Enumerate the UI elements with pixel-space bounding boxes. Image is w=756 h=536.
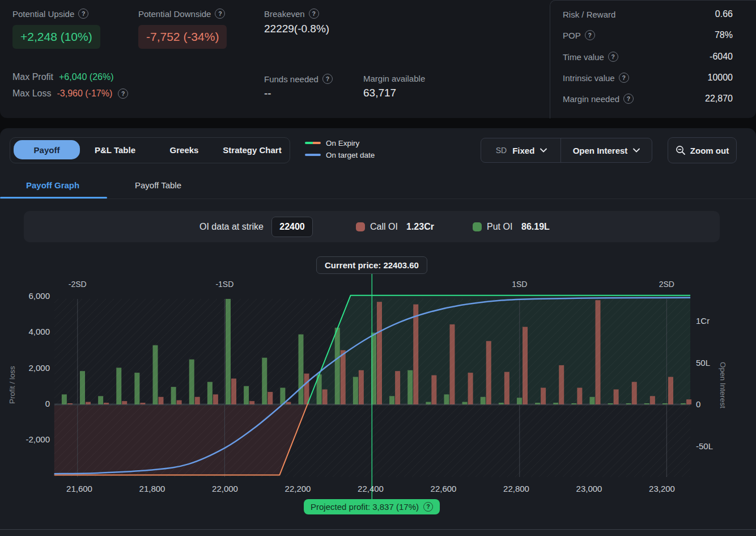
x-tick-label: 21,600: [57, 484, 102, 493]
projected-profit-badge[interactable]: Projected profit: 3,837 (17%): [304, 499, 440, 514]
legend-on-target-date: On target date: [305, 151, 375, 159]
help-icon[interactable]: [118, 88, 128, 99]
x-tick-label: 22,600: [421, 484, 466, 493]
help-icon[interactable]: [309, 9, 319, 19]
max-profit-value: +6,040 (26%): [59, 72, 114, 82]
pop-label: POP: [563, 31, 581, 40]
max-loss-label: Max Loss: [12, 88, 51, 99]
potential-upside-label-row: Potential Upside: [12, 9, 88, 19]
max-profit-row: Max Profit +6,040 (26%): [12, 72, 114, 82]
sd-marker-label: -1SD: [215, 280, 233, 289]
potential-upside-label: Potential Upside: [12, 9, 74, 19]
metric-row-risk-reward: Risk / Reward 0.66: [563, 8, 733, 20]
subtab-payoff-graph[interactable]: Payoff Graph: [26, 180, 79, 190]
tab-payoff[interactable]: Payoff: [14, 140, 80, 159]
next-section-edge: [0, 530, 756, 536]
y-left-tick-label: 4,000: [0, 327, 50, 336]
x-tick-label: 22,400: [348, 484, 393, 493]
time-value-value: -6040: [710, 52, 733, 62]
expiry-line-swatch: [305, 142, 321, 144]
metric-row-time-value: Time value -6040: [563, 50, 733, 63]
y-left-tick-label: 6,000: [0, 291, 50, 301]
zoom-out-button[interactable]: Zoom out: [668, 137, 737, 163]
target-line-swatch: [305, 154, 321, 156]
subtab-payoff-table[interactable]: Payoff Table: [135, 180, 181, 190]
strike-input[interactable]: 22400: [271, 217, 313, 237]
oi-strike-label: OI data at strike: [199, 222, 264, 232]
potential-upside-value: +2,248 (10%): [12, 25, 100, 49]
intrinsic-value-value: 10000: [708, 73, 733, 83]
risk-reward-label: Risk / Reward: [563, 10, 615, 19]
tab-strategy-chart[interactable]: Strategy Chart: [218, 140, 287, 160]
y-right-tick-label: -50L: [696, 441, 730, 451]
funds-needed-label-row: Funds needed: [264, 74, 333, 84]
x-tick-label: 22,000: [202, 484, 248, 493]
current-price-tooltip: Current price: 22403.60: [316, 256, 427, 274]
breakeven-value: 22229(-0.8%): [264, 23, 329, 35]
funds-needed-value: --: [264, 87, 271, 100]
margin-needed-label: Margin needed: [563, 94, 619, 104]
sd-marker-label: 1SD: [512, 280, 527, 289]
projected-profit-text: Projected profit: 3,837 (17%): [311, 502, 419, 512]
metric-row-pop: POP 78%: [563, 29, 733, 41]
max-loss-row: Max Loss -3,960 (-17%): [12, 88, 128, 99]
sd-prefix: SD: [496, 146, 507, 155]
potential-downside-label-row: Potential Downside: [138, 9, 225, 19]
help-icon[interactable]: [608, 52, 618, 62]
oi-dropdown-value: Open Interest: [573, 146, 628, 155]
margin-available-value: 63,717: [363, 87, 396, 99]
margin-needed-value: 22,870: [705, 94, 733, 104]
metric-row-margin-needed: Margin needed 22,870: [563, 92, 733, 105]
risk-reward-value: 0.66: [715, 9, 733, 19]
x-tick-label: 22,800: [494, 484, 539, 493]
chart-legend: On Expiry On target date: [305, 139, 375, 159]
y-right-tick-label: 1Cr: [696, 316, 730, 326]
metrics-panel: Risk / Reward 0.66 POP 78% Time value -6…: [550, 0, 756, 119]
legend-target-label: On target date: [326, 151, 375, 159]
legend-expiry-label: On Expiry: [326, 139, 359, 147]
y-left-axis-title: Profit / loss: [8, 366, 16, 404]
funds-needed-label: Funds needed: [264, 74, 318, 84]
sd-marker-label: 2SD: [659, 280, 674, 289]
y-left-tick-label: -2,000: [0, 434, 50, 444]
help-icon[interactable]: [322, 74, 333, 84]
help-icon[interactable]: [215, 9, 225, 19]
sd-marker-label: -2SD: [69, 280, 87, 289]
payoff-panel: [0, 128, 756, 529]
put-oi-label: Put OI: [487, 222, 512, 232]
put-oi-dot-icon: [473, 222, 482, 231]
oi-dropdown[interactable]: Open Interest: [560, 138, 652, 163]
help-icon[interactable]: [78, 9, 88, 19]
x-tick-label: 23,200: [639, 484, 685, 493]
help-icon[interactable]: [423, 502, 433, 512]
call-oi-dot-icon: [356, 222, 365, 231]
tab-greeks[interactable]: Greeks: [159, 140, 210, 160]
put-oi-value: 86.19L: [521, 222, 550, 232]
x-tick-label: 23,000: [567, 484, 612, 493]
help-icon[interactable]: [623, 94, 634, 104]
tab-pnl-table[interactable]: P&L Table: [85, 140, 145, 160]
help-icon[interactable]: [619, 73, 629, 83]
potential-downside-value: -7,752 (-34%): [138, 25, 227, 49]
help-icon[interactable]: [585, 30, 595, 40]
stats-panel: Potential Upside +2,248 (10%) Potential …: [0, 0, 756, 118]
pop-value: 78%: [715, 30, 733, 40]
legend-on-expiry: On Expiry: [305, 139, 375, 147]
zoom-out-icon: [676, 145, 686, 155]
zoom-out-label: Zoom out: [690, 146, 729, 155]
y-right-axis-title: Open Interest: [719, 362, 727, 408]
strategy-builder-page: Potential Upside +2,248 (10%) Potential …: [0, 0, 756, 536]
divider: [0, 199, 756, 199]
max-loss-value: -3,960 (-17%): [57, 88, 112, 99]
breakeven-label-row: Breakeven: [264, 9, 319, 19]
chevron-down-icon: [540, 148, 547, 153]
sd-value: Fixed: [512, 146, 534, 155]
margin-available-label: Margin available: [363, 74, 425, 83]
call-oi-value: 1.23Cr: [406, 222, 434, 232]
sd-dropdown[interactable]: SD Fixed: [481, 138, 562, 163]
x-tick-label: 22,200: [275, 484, 321, 493]
time-value-label: Time value: [563, 52, 604, 62]
call-oi-label: Call OI: [370, 222, 398, 232]
intrinsic-value-label: Intrinsic value: [563, 73, 615, 83]
max-profit-label: Max Profit: [12, 72, 53, 82]
